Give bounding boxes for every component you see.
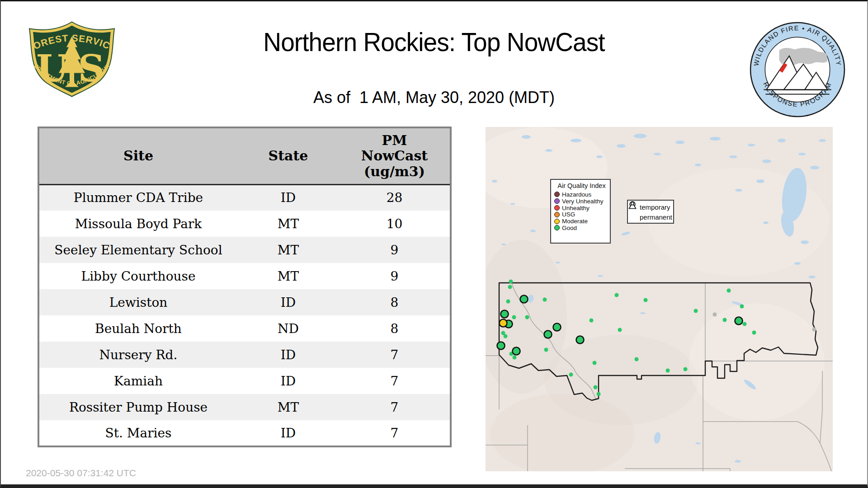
monitor-dot-good[interactable] [509,280,513,284]
aqi-legend-item: Good [554,225,610,231]
state-cell: MT [237,263,339,289]
table-row: Seeley Elementary SchoolMT9 [38,237,451,263]
table-row: Nursery Rd.ID7 [38,342,451,368]
monitor-dot-good[interactable] [743,322,747,326]
state-cell: ID [237,184,339,211]
site-cell: Lewiston [38,289,237,315]
aqi-color-swatch [554,225,560,230]
aqi-color-swatch [554,198,560,204]
state-cell: ID [237,289,339,315]
col-header-site: Site [38,127,237,184]
monitor-dot-good[interactable] [723,318,727,322]
value-cell: 8 [339,315,451,342]
monitor-dot-good[interactable] [506,300,510,304]
value-cell: 28 [339,184,451,211]
monitor-dot-good[interactable] [590,319,594,323]
aqi-color-swatch [554,212,560,217]
table-body: Plummer CDA TribeID28Missoula Boyd ParkM… [38,184,451,446]
monitor-dot-good[interactable] [543,298,547,302]
aqi-color-swatch [554,205,560,211]
generated-timestamp: 2020-05-30 07:31:42 UTC [26,468,136,479]
state-cell: ID [237,342,339,368]
monitor-dot-good-top[interactable] [553,324,561,331]
aqi-legend-label: Hazardous [562,191,591,198]
monitor-dot-good-top[interactable] [497,342,505,350]
col-header-pm-nowcast: PM NowCast (ug/m3) [339,127,451,184]
monitor-dot-good[interactable] [512,315,516,319]
table-header-row: Site State PM NowCast (ug/m3) [38,127,451,184]
value-cell: 7 [339,368,451,394]
value-cell: 10 [339,211,451,237]
monitor-dot-good[interactable] [727,289,731,293]
page-title: Northern Rockies: Top NowCast [23,27,845,57]
permanent-marker-row: permanent [631,212,673,222]
site-cell: Seeley Elementary School [38,237,237,263]
aqi-legend-label: Unhealthy [562,205,590,211]
value-cell: 9 [339,263,451,289]
monitor-dot-good-top[interactable] [513,347,520,355]
state-cell: MT [237,211,339,237]
aqi-legend-label: Good [562,225,577,231]
monitor-dot-good-top[interactable] [576,336,584,344]
monitor-dot-moderate-top[interactable] [500,319,507,327]
table-row: Libby CourthouseMT9 [38,263,451,289]
monitor-dot-good[interactable] [615,293,619,297]
monitor-dot-inactive[interactable] [713,313,717,317]
aqi-color-swatch [554,192,560,197]
aqi-legend: Air Quality Index HazardousVery Unhealth… [550,179,611,244]
monitor-dot-good-top[interactable] [544,331,552,338]
nowcast-table: Site State PM NowCast (ug/m3) Plummer CD… [38,127,452,447]
monitor-dot-good-top[interactable] [501,310,509,318]
monitor-dot-good[interactable] [644,298,648,302]
monitor-dot-good[interactable] [513,356,517,360]
temporary-label: temporary [640,203,670,211]
monitor-dot-good[interactable] [525,315,529,319]
monitor-dot-good[interactable] [544,348,548,352]
permanent-label: permanent [640,213,672,221]
site-cell: Libby Courthouse [38,263,237,289]
wfaqrp-logo: WILDLAND FIRE • AIR QUALITY RESPONSE PRO… [749,21,846,120]
aqi-legend-label: Moderate [562,218,588,225]
page-subtitle: As of 1 AM, May 30, 2020 (MDT) [1,88,867,107]
monitor-dot-good-top[interactable] [735,317,743,325]
temporary-marker-row: temporary [631,202,673,212]
monitor-dot-good[interactable] [740,305,744,309]
table-row: Beulah NorthND8 [38,315,451,342]
table-row: LewistonID8 [38,289,451,315]
map-canvas [486,127,833,471]
aqi-legend-items: HazardousVery UnhealthyUnhealthyUSGModer… [554,191,610,231]
site-cell: Plummer CDA Tribe [38,184,237,211]
monitor-dot-good[interactable] [684,367,688,371]
aqi-legend-item: USG [554,211,610,218]
site-cell: St. Maries [38,420,237,446]
monitor-dot-good[interactable] [508,285,512,289]
col-header-state: State [237,127,339,184]
monitor-dot-good[interactable] [593,361,597,365]
monitor-dot-good[interactable] [569,373,573,377]
monitor-dot-good[interactable] [504,334,508,338]
monitor-dot-good[interactable] [694,309,698,313]
aqi-legend-label: USG [562,211,575,218]
monitor-dot-inactive[interactable] [812,328,816,332]
site-cell: Kamiah [38,368,237,394]
monitor-dot-good[interactable] [666,369,670,373]
monitor-dot-good[interactable] [594,385,598,389]
state-cell: ID [237,368,339,394]
aqi-legend-title: Air Quality Index [553,182,610,189]
table-row: St. MariesID7 [38,420,451,446]
value-cell: 7 [339,342,451,368]
aqi-color-swatch [554,219,560,224]
monitor-dot-good[interactable] [597,392,601,396]
monitor-dot-good[interactable] [618,328,622,332]
monitor-dot-good[interactable] [635,357,639,361]
aqi-legend-label: Very Unhealthy [562,198,604,205]
monitor-dot-good[interactable] [752,331,756,335]
value-cell: 8 [339,289,451,315]
site-cell: Missoula Boyd Park [38,211,237,237]
aqi-legend-item: Unhealthy [554,205,610,211]
state-cell: MT [237,237,339,263]
table-row: Missoula Boyd ParkMT10 [38,211,451,237]
aqi-legend-item: Hazardous [554,191,610,198]
value-cell: 9 [339,237,451,263]
monitor-dot-good-top[interactable] [520,296,528,303]
